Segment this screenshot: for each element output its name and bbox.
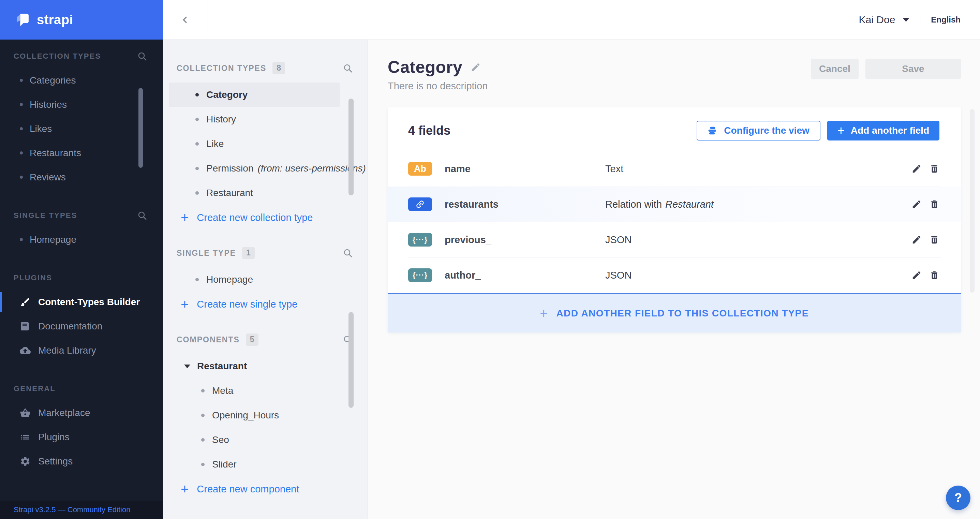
subnav-scrollbar[interactable] <box>348 99 353 196</box>
add-field-banner-button[interactable]: + ADD ANOTHER FIELD TO THIS COLLECTION T… <box>388 293 961 333</box>
add-field-button[interactable]: + Add another field <box>827 121 939 140</box>
search-icon[interactable] <box>342 247 353 259</box>
subnav-item-permission[interactable]: Permission(from: users-permissions) <box>169 156 340 181</box>
nav-single-types-label: SINGLE TYPES <box>14 211 77 220</box>
edit-field-icon[interactable] <box>910 233 923 247</box>
create-single-type-button[interactable]: + Create new single type <box>163 292 367 317</box>
bullet-icon <box>201 463 205 466</box>
nav-collection-types-label: COLLECTION TYPES <box>14 52 101 61</box>
back-button[interactable] <box>163 0 207 40</box>
bullet-icon <box>196 167 199 170</box>
bullet-icon <box>20 103 23 106</box>
field-row-previous[interactable]: {···} previous_ JSON <box>388 222 961 258</box>
main-content: Category There is no description Cancel … <box>368 40 980 519</box>
subnav-item-homepage[interactable]: Homepage <box>169 267 340 292</box>
header-divider <box>921 12 921 27</box>
fields-count: 4 fields <box>408 123 450 138</box>
book-icon <box>20 321 31 332</box>
sidebar-footer: Strapi v3.2.5 — Community Edition <box>0 501 163 519</box>
save-button[interactable]: Save <box>865 59 961 79</box>
bullet-icon <box>196 278 199 281</box>
components-count-badge: 5 <box>246 333 258 346</box>
sidebar-item-settings[interactable]: Settings <box>0 449 163 473</box>
list-icon <box>20 432 31 443</box>
sidebar-item-content-types-builder[interactable]: Content-Types Builder <box>0 290 163 314</box>
search-icon[interactable] <box>342 62 353 74</box>
create-component-button[interactable]: + Create new component <box>163 477 367 501</box>
main-sidebar: strapi COLLECTION TYPES Categories Histo… <box>0 0 163 519</box>
plus-icon: + <box>540 307 547 320</box>
version-link[interactable]: Strapi v3.2.5 — Community Edition <box>14 505 130 514</box>
subnav-item-opening-hours[interactable]: Opening_Hours <box>169 403 340 428</box>
field-row-name[interactable]: Ab name Text <box>388 151 961 186</box>
delete-field-icon[interactable] <box>928 197 941 211</box>
plus-icon: + <box>181 211 189 224</box>
subnav-group-restaurant[interactable]: Restaurant <box>169 354 340 379</box>
bullet-icon <box>196 191 199 195</box>
edit-title-icon[interactable] <box>471 62 481 72</box>
sidebar-item-documentation[interactable]: Documentation <box>0 314 163 338</box>
subnav-section-collection-types: COLLECTION TYPES 8 Category History Like… <box>163 60 367 230</box>
sidebar-item-plugins[interactable]: Plugins <box>0 425 163 449</box>
edit-field-icon[interactable] <box>910 162 923 176</box>
field-row-restaurants[interactable]: restaurants Relation withRestaurant <box>388 186 961 222</box>
delete-field-icon[interactable] <box>928 162 941 176</box>
bullet-icon <box>20 176 23 179</box>
collection-types-count-badge: 8 <box>272 62 285 74</box>
create-collection-type-button[interactable]: + Create new collection type <box>163 205 367 230</box>
bullet-icon <box>201 438 205 442</box>
content-types-subnav: COLLECTION TYPES 8 Category History Like… <box>163 40 368 519</box>
subnav-components-label: COMPONENTS <box>177 335 240 344</box>
subnav-item-restaurant[interactable]: Restaurant <box>169 181 340 205</box>
delete-field-icon[interactable] <box>928 233 941 247</box>
bullet-icon <box>20 238 23 241</box>
configure-view-button[interactable]: Configure the view <box>697 121 820 140</box>
sidebar-item-reviews[interactable]: Reviews <box>0 165 163 189</box>
subnav-section-components: COMPONENTS 5 Restaurant Meta Opening_Hou… <box>163 331 367 501</box>
edit-field-icon[interactable] <box>910 268 923 282</box>
nav-section-general: GENERAL Marketplace Plugins Settings <box>0 363 163 473</box>
text-field-icon: Ab <box>408 162 432 176</box>
bullet-icon <box>196 93 199 97</box>
components-scrollbar[interactable] <box>348 312 353 408</box>
delete-field-icon[interactable] <box>928 268 941 282</box>
edit-field-icon[interactable] <box>910 197 923 211</box>
bullet-icon <box>196 142 199 146</box>
cancel-button[interactable]: Cancel <box>811 59 859 79</box>
sidebar-item-media-library[interactable]: Media Library <box>0 338 163 363</box>
help-button[interactable]: ? <box>946 486 970 510</box>
json-field-icon: {···} <box>408 233 432 247</box>
plus-icon: + <box>181 297 189 311</box>
page-subtitle: There is no description <box>388 81 488 92</box>
bullet-icon <box>201 414 205 417</box>
json-field-icon: {···} <box>408 268 432 282</box>
subnav-item-category[interactable]: Category <box>169 83 340 107</box>
nav-general-label: GENERAL <box>14 384 56 393</box>
subnav-item-history[interactable]: History <box>169 107 340 132</box>
user-menu[interactable]: Kai Doe <box>859 14 910 25</box>
subnav-section-single-type: SINGLE TYPE 1 Homepage + Create new sing… <box>163 245 367 317</box>
sidebar-item-marketplace[interactable]: Marketplace <box>0 401 163 425</box>
user-name: Kai Doe <box>859 14 896 25</box>
sidebar-scrollbar[interactable] <box>138 88 143 168</box>
language-selector[interactable]: English <box>931 15 961 25</box>
brand-header[interactable]: strapi <box>0 0 163 40</box>
nav-plugins-label: PLUGINS <box>14 274 52 282</box>
main-scrollbar[interactable] <box>970 109 975 293</box>
bullet-icon <box>20 127 23 130</box>
subnav-item-slider[interactable]: Slider <box>169 452 340 477</box>
nav-section-single-types: SINGLE TYPES Homepage <box>0 189 163 252</box>
subnav-item-meta[interactable]: Meta <box>169 379 340 403</box>
field-row-author[interactable]: {···} author_ JSON <box>388 258 961 293</box>
search-icon[interactable] <box>137 51 148 61</box>
plus-icon: + <box>181 482 189 496</box>
subnav-item-seo[interactable]: Seo <box>169 428 340 452</box>
subnav-item-like[interactable]: Like <box>169 132 340 156</box>
gear-icon <box>20 456 31 467</box>
nav-section-plugins: PLUGINS Content-Types Builder Documentat… <box>0 252 163 363</box>
sidebar-item-homepage[interactable]: Homepage <box>0 228 163 252</box>
layout-icon <box>708 126 718 136</box>
search-icon[interactable] <box>137 210 148 221</box>
single-type-count-badge: 1 <box>242 247 255 259</box>
chevron-left-icon <box>180 14 190 25</box>
